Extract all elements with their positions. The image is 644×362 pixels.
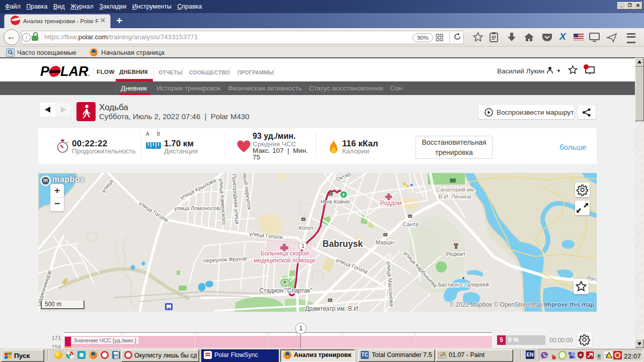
svg-text:Стадион "Спартак": Стадион "Спартак": [259, 287, 312, 294]
svg-text:Больница скорой: Больница скорой: [261, 250, 309, 257]
svg-text:Н ев Ковчег: Н ев Ковчег: [320, 199, 351, 205]
svg-text:Марцін: Марцін: [376, 239, 394, 245]
svg-text:Когол: Когол: [299, 225, 313, 231]
svg-text:Драмтеатр им. В.И: Драмтеатр им. В.И: [305, 305, 358, 312]
svg-text:В.И. Ленина: В.И. Ленина: [439, 194, 472, 200]
svg-text:Роддом: Роддом: [380, 200, 402, 207]
svg-text:Бастион с галереей: Бастион с галереей: [438, 282, 489, 288]
svg-text:1: 1: [301, 243, 304, 249]
svg-text:медицинской помощи: медицинской помощи: [254, 257, 314, 264]
svg-text:улица Ломоносова: улица Ломоносова: [174, 205, 223, 211]
svg-text:Babruysk: Babruysk: [323, 239, 363, 249]
svg-text:Санаторий им.: Санаторий им.: [436, 187, 476, 193]
svg-text:Санта: Санта: [403, 221, 419, 227]
svg-text:Редюит: Редюит: [446, 251, 466, 257]
svg-text:© 2022 Mapbox © OpenStreetMap: © 2022 Mapbox © OpenStreetMap Improve th…: [449, 301, 594, 308]
